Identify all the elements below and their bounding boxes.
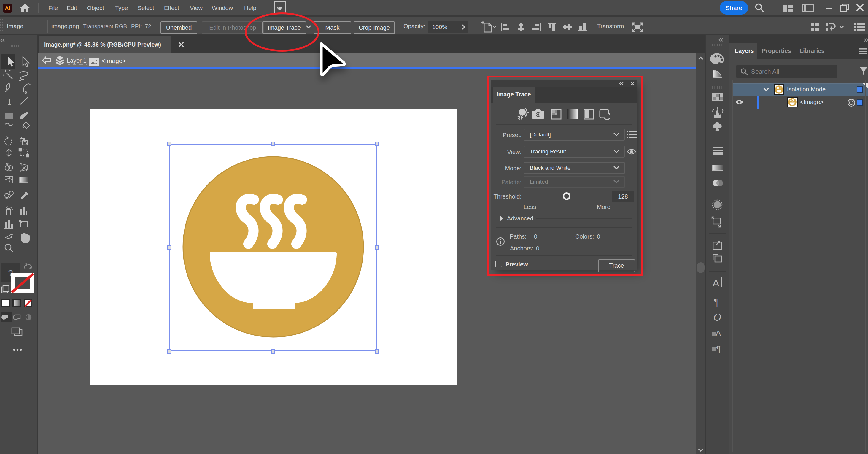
svg-text:A: A xyxy=(715,329,721,338)
svg-text:A: A xyxy=(713,277,719,289)
svg-text:O: O xyxy=(713,311,721,323)
svg-text:¶: ¶ xyxy=(716,344,720,354)
svg-text:¶: ¶ xyxy=(714,296,719,307)
svg-text:T: T xyxy=(6,96,12,107)
